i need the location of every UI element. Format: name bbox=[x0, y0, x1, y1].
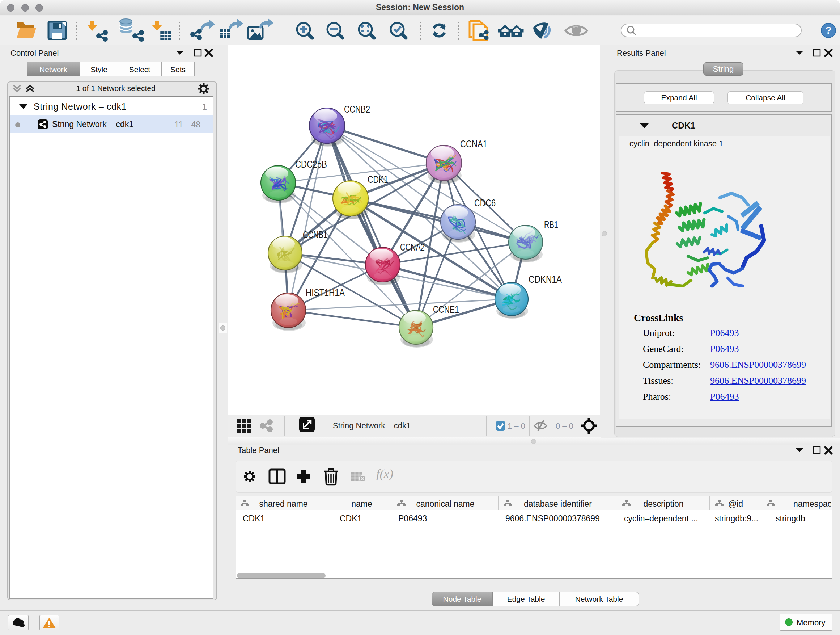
svg-text:RB1: RB1 bbox=[544, 219, 558, 230]
svg-text:CDC6: CDC6 bbox=[474, 198, 496, 209]
svg-text:CCNB1: CCNB1 bbox=[303, 230, 327, 241]
svg-text:HIST1H1A: HIST1H1A bbox=[306, 287, 345, 298]
svg-text:CCNA2: CCNA2 bbox=[400, 242, 425, 253]
svg-text:CDC25B: CDC25B bbox=[295, 159, 327, 170]
svg-text:CCNA1: CCNA1 bbox=[460, 139, 487, 149]
svg-text:CDK1: CDK1 bbox=[368, 174, 388, 185]
svg-text:CCNB2: CCNB2 bbox=[344, 104, 370, 115]
svg-text:CDKN1A: CDKN1A bbox=[529, 274, 562, 285]
svg-text:?: ? bbox=[825, 25, 831, 36]
svg-text:CCNE1: CCNE1 bbox=[433, 304, 459, 315]
